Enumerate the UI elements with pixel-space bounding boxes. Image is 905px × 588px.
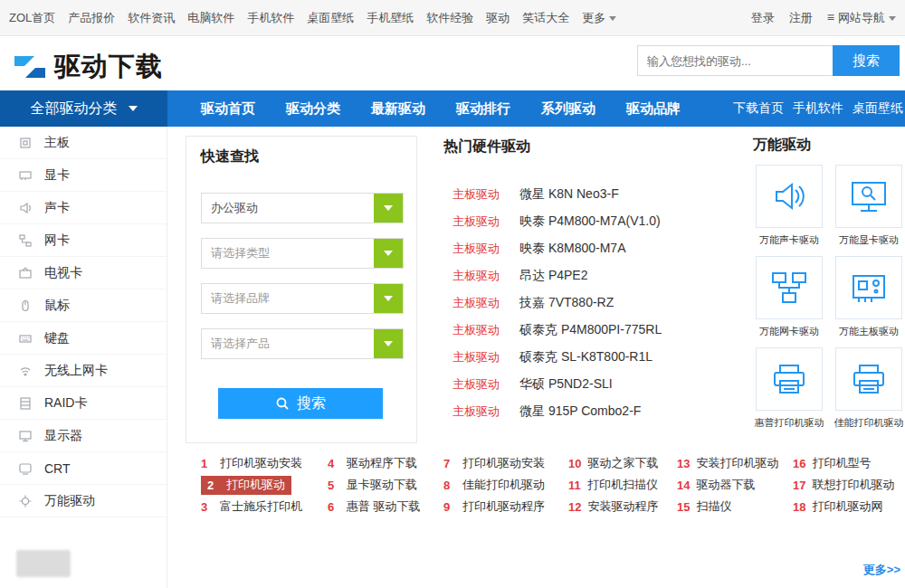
sidebar-item-keyboard[interactable]: 键盘 (0, 322, 167, 355)
sidebar-item-raid[interactable]: RAID卡 (0, 387, 167, 420)
all-categories-toggle[interactable]: 全部驱动分类 (0, 90, 167, 127)
quick-find-search-button[interactable]: 搜索 (218, 388, 383, 419)
hot-driver-item[interactable]: 主板驱动微星 915P Combo2-F (443, 398, 747, 425)
ranking-item[interactable]: 10驱动之家下载 (568, 452, 677, 474)
nav-item-download-home[interactable]: 下载首页 (733, 100, 784, 117)
topbar-link-software-news[interactable]: 软件资讯 (128, 10, 175, 26)
ranking-item[interactable]: 5显卡驱动下载 (328, 474, 443, 496)
hot-driver-item[interactable]: 主板驱动硕泰克 SL-K8T800-R1L (443, 344, 747, 371)
search-input[interactable] (637, 45, 833, 76)
driver-name[interactable]: 硕泰克 SL-K8T800-R1L (519, 349, 653, 365)
select-dropdown-button[interactable] (374, 239, 403, 268)
sidebar-item-monitor[interactable]: 显示器 (0, 420, 167, 452)
sidebar-item-netcard[interactable]: 网卡 (0, 224, 167, 257)
driver-tag[interactable]: 主板驱动 (452, 186, 519, 203)
ranking-item[interactable]: 15扫描仪 (677, 496, 793, 517)
nav-item-driver-brands[interactable]: 驱动品牌 (626, 100, 681, 118)
topbar-link-jokes[interactable]: 笑话大全 (522, 10, 569, 26)
driver-name[interactable]: 昂达 P4PE2 (519, 268, 587, 284)
topbar-link-mobile-wallpaper[interactable]: 手机壁纸 (367, 10, 414, 26)
nav-item-driver-home[interactable]: 驱动首页 (201, 100, 255, 118)
driver-name[interactable]: 华硕 P5ND2-SLI (519, 376, 613, 393)
select-product[interactable]: 请选择产品 (201, 328, 404, 359)
sidebar-item-gpu[interactable]: 显卡 (0, 159, 167, 192)
select-dropdown-button[interactable] (374, 284, 403, 313)
select-driver-type[interactable]: 办公驱动 (201, 193, 404, 223)
topbar-link-desktop-wallpaper[interactable]: 桌面壁纸 (307, 10, 354, 26)
topbar-link-drivers[interactable]: 驱动 (486, 10, 510, 26)
hp-printer-driver[interactable]: 惠普打印机驱动 (753, 347, 825, 439)
universal-network-driver[interactable]: 万能网卡驱动 (753, 256, 825, 347)
driver-tag[interactable]: 主板驱动 (452, 376, 519, 393)
more-link[interactable]: 更多>> (863, 562, 900, 578)
ranking-item[interactable]: 4驱动程序下载 (328, 452, 443, 474)
ranking-item[interactable]: 6惠普 驱动下载 (328, 496, 443, 517)
driver-tag[interactable]: 主板驱动 (452, 322, 519, 338)
header-search-button[interactable]: 搜索 (833, 45, 900, 76)
ranking-item[interactable]: 8佳能打印机驱动 (443, 474, 568, 496)
ranking-item[interactable]: 13安装打印机驱动 (677, 452, 793, 474)
ranking-item[interactable]: 3富士施乐打印机 (201, 496, 328, 517)
ranking-item[interactable]: 17联想打印机驱动 (793, 474, 896, 496)
nav-item-mobile-software[interactable]: 手机软件 (793, 100, 843, 117)
register-link[interactable]: 注册 (789, 10, 813, 26)
nav-item-driver-series[interactable]: 系列驱动 (541, 100, 595, 118)
hot-driver-item[interactable]: 主板驱动技嘉 7VT880-RZ (443, 289, 747, 317)
driver-tag[interactable]: 主板驱动 (452, 349, 519, 365)
driver-name[interactable]: 映泰 P4M800-M7A(V1.0) (519, 213, 661, 230)
topbar-link-mobile-software[interactable]: 手机软件 (247, 10, 294, 26)
driver-tag[interactable]: 主板驱动 (452, 213, 519, 230)
topbar-more-menu[interactable]: 更多 (582, 10, 616, 26)
driver-name[interactable]: 映泰 K8M800-M7A (519, 241, 625, 257)
login-link[interactable]: 登录 (751, 10, 775, 26)
select-dropdown-button[interactable] (374, 329, 403, 358)
ranking-item[interactable]: 11打印机扫描仪 (568, 474, 677, 496)
nav-item-latest-drivers[interactable]: 最新驱动 (371, 100, 425, 118)
canon-printer-driver[interactable]: 佳能打印机驱动 (833, 347, 905, 439)
universal-gpu-driver[interactable]: 万能显卡驱动 (833, 165, 905, 256)
sidebar-item-tvcard[interactable]: 电视卡 (0, 257, 167, 289)
hot-driver-item[interactable]: 主板驱动微星 K8N Neo3-F (443, 181, 747, 208)
sidebar-item-crt[interactable]: CRT (0, 452, 167, 485)
site-logo[interactable]: 驱动下载 (13, 49, 163, 85)
driver-tag[interactable]: 主板驱动 (452, 268, 519, 284)
hot-driver-item[interactable]: 主板驱动昂达 P4PE2 (443, 262, 747, 289)
nav-item-desktop-wallpaper[interactable]: 桌面壁纸 (853, 100, 903, 117)
sidebar-item-universal-driver[interactable]: 万能驱动 (0, 485, 167, 517)
site-nav-menu[interactable]: ≡网站导航 (827, 10, 896, 26)
hot-driver-item[interactable]: 主板驱动映泰 K8M800-M7A (443, 235, 747, 262)
topbar-link-software-tips[interactable]: 软件经验 (426, 10, 473, 26)
universal-sound-driver[interactable]: 万能声卡驱动 (753, 165, 825, 256)
ranking-item[interactable]: 9打印机驱动程序 (443, 496, 568, 517)
driver-tag[interactable]: 主板驱动 (452, 403, 519, 420)
sidebar-item-mouse[interactable]: 鼠标 (0, 289, 167, 322)
ranking-item[interactable]: 18打印机驱动网 (793, 496, 896, 517)
hot-driver-item[interactable]: 主板驱动华硕 P5ND2-SLI (443, 371, 747, 398)
topbar-link-zol-home[interactable]: ZOL首页 (9, 10, 55, 26)
ranking-item[interactable]: 7打印机驱动安装 (443, 452, 568, 474)
driver-tag[interactable]: 主板驱动 (452, 295, 519, 311)
topbar-link-pc-software[interactable]: 电脑软件 (187, 10, 234, 26)
driver-name[interactable]: 微星 K8N Neo3-F (519, 186, 619, 203)
ranking-item[interactable]: 1打印机驱动安装 (201, 452, 328, 474)
universal-mainboard-driver[interactable]: 万能主板驱动 (833, 256, 905, 347)
sidebar-item-mainboard[interactable]: 主板 (0, 127, 167, 159)
nav-item-driver-categories[interactable]: 驱动分类 (286, 100, 340, 118)
driver-tag[interactable]: 主板驱动 (452, 241, 519, 257)
select-brand[interactable]: 请选择品牌 (201, 283, 404, 314)
ranking-item-highlighted[interactable]: 2打印机驱动 (201, 476, 291, 495)
hot-driver-item[interactable]: 主板驱动映泰 P4M800-M7A(V1.0) (443, 208, 747, 235)
select-category[interactable]: 请选择类型 (201, 238, 404, 269)
driver-name[interactable]: 微星 915P Combo2-F (519, 403, 641, 420)
driver-name[interactable]: 技嘉 7VT880-RZ (519, 295, 614, 311)
ranking-item[interactable]: 14驱动器下载 (677, 474, 793, 496)
ranking-item[interactable]: 16打印机型号 (793, 452, 896, 474)
nav-item-driver-ranking[interactable]: 驱动排行 (456, 100, 510, 118)
select-dropdown-button[interactable] (374, 194, 403, 223)
topbar-link-prices[interactable]: 产品报价 (68, 10, 115, 26)
ranking-item[interactable]: 12安装驱动程序 (568, 496, 677, 517)
sidebar-item-soundcard[interactable]: 声卡 (0, 192, 167, 224)
driver-name[interactable]: 硕泰克 P4M800PI-775RL (519, 322, 662, 338)
hot-driver-item[interactable]: 主板驱动硕泰克 P4M800PI-775RL (443, 317, 747, 344)
sidebar-item-wireless[interactable]: 无线上网卡 (0, 355, 167, 387)
